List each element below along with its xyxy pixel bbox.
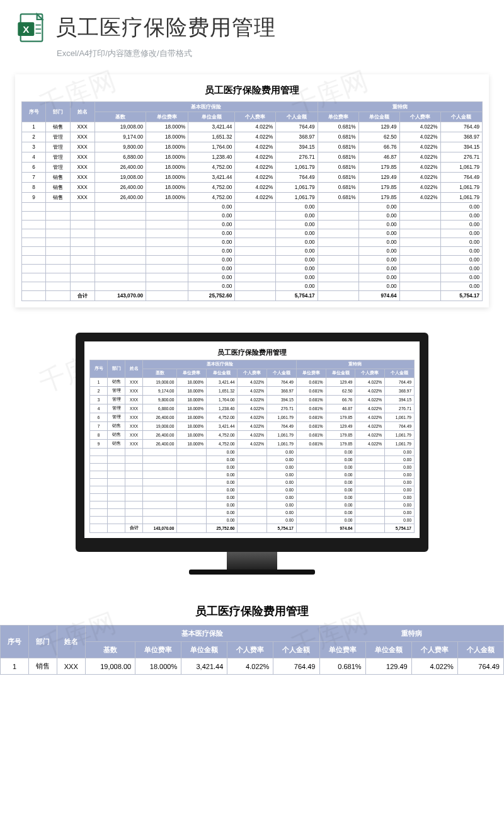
col-group-basic: 基本医疗保险 [143, 360, 297, 369]
col-name: 姓名 [70, 102, 94, 122]
col-pers-rate2: 个人费率 [355, 369, 385, 378]
col-unit-amt2: 单位金额 [326, 369, 355, 378]
table-row-empty: 0.000.000.000.00 [22, 212, 483, 220]
table-row-empty: 0.000.000.000.00 [22, 265, 483, 273]
page-subtitle: Excel/A4打印/内容随意修改/自带格式 [0, 48, 504, 68]
table-row: 1销售XXX19,008.0018.000%3,421.444.022%764.… [22, 122, 483, 132]
svg-text:X: X [23, 24, 29, 35]
monitor-mockup: 员工医疗保险费用管理 序号部门姓名基本医疗保险重特病基数单位费率单位金额个人费率… [0, 333, 504, 575]
table-row-empty: 0.000.000.000.00 [90, 501, 415, 509]
col-pers-amt2: 个人金额 [457, 642, 503, 658]
col-pers-rate2: 个人费率 [399, 112, 440, 122]
col-group-serious: 重特病 [319, 626, 504, 642]
table-row: 6管理XXX26,400.0018.000%4,752.004.022%1,06… [90, 413, 415, 422]
table-row: 3管理XXX9,800.0018.000%1,764.004.022%394.1… [90, 396, 415, 404]
col-seq: 序号 [22, 102, 46, 122]
col-base: 基数 [94, 112, 146, 122]
sheet-title: 员工医疗保险费用管理 [89, 346, 415, 360]
col-unit-rate2: 单位费率 [296, 369, 326, 378]
table-row-empty: 0.000.000.000.00 [22, 256, 483, 265]
table-row: 7销售XXX19,008.0018.000%3,421.444.022%764.… [90, 422, 415, 431]
table-row: 2管理XXX9,174.0018.000%1,651.324.022%368.9… [90, 387, 415, 396]
col-name: 姓名 [125, 360, 143, 378]
col-seq: 序号 [90, 360, 108, 378]
col-unit-amt: 单位金额 [188, 112, 235, 122]
sheet-title: 员工医疗保险费用管理 [21, 81, 483, 101]
table-row-empty: 0.000.000.000.00 [22, 238, 483, 247]
table-row: 2管理XXX9,174.0018.000%1,651.324.022%368.9… [22, 132, 483, 142]
table-row: 1销售XXX19,008.0018.000%3,421.444.022%764.… [90, 378, 415, 387]
table-row-empty: 0.000.000.000.00 [22, 203, 483, 212]
col-pers-amt2: 个人金额 [385, 369, 415, 378]
table-row-empty: 0.000.000.000.00 [90, 456, 415, 464]
table-row: 6管理XXX26,400.0018.000%4,752.004.022%1,06… [22, 163, 483, 173]
table-row: 8销售XXX26,400.0018.000%4,752.004.022%1,06… [90, 431, 415, 440]
table-row: 1销售XXX19,008.0018.000%3,421.444.022%764.… [1, 658, 504, 675]
col-base: 基数 [143, 369, 177, 378]
table-row: 4管理XXX6,880.0018.000%1,238.404.022%276.7… [22, 152, 483, 163]
col-pers-amt: 个人金额 [276, 112, 318, 122]
spreadsheet-table: 序号部门姓名基本医疗保险重特病基数单位费率单位金额个人费率个人金额单位费率单位金… [89, 360, 415, 533]
col-unit-amt2: 单位金额 [358, 112, 399, 122]
col-group-serious: 重特病 [318, 102, 482, 112]
table-row: 4管理XXX6,880.0018.000%1,238.404.022%276.7… [90, 404, 415, 413]
col-pers-amt: 个人金额 [267, 369, 297, 378]
template-preview-card: 员工医疗保险费用管理 序号部门姓名基本医疗保险重特病基数单位费率单位金额个人费率… [15, 74, 489, 307]
table-row: 3管理XXX9,800.0018.000%1,764.004.022%394.1… [22, 142, 483, 152]
col-unit-amt: 单位金额 [181, 642, 227, 658]
spreadsheet-table: 序号部门姓名基本医疗保险重特病基数单位费率单位金额个人费率个人金额单位费率单位金… [0, 625, 504, 675]
page-title: 员工医疗保险费用管理 [55, 13, 276, 42]
table-row-empty: 0.000.000.000.00 [22, 282, 483, 291]
col-name: 姓名 [57, 626, 85, 658]
col-pers-rate: 个人费率 [235, 112, 276, 122]
table-row: 9销售XXX26,400.0018.000%4,752.004.022%1,06… [90, 440, 415, 449]
table-row-empty: 0.000.000.000.00 [22, 273, 483, 282]
table-row-empty: 0.000.000.000.00 [90, 479, 415, 486]
table-row-empty: 0.000.000.000.00 [22, 229, 483, 238]
sheet-title: 员工医疗保险费用管理 [0, 597, 504, 625]
col-unit-amt: 单位金额 [207, 369, 238, 378]
col-unit-rate2: 单位费率 [318, 112, 358, 122]
col-dept: 部门 [108, 360, 125, 378]
table-row-empty: 0.000.000.000.00 [90, 486, 415, 494]
table-total-row: 合计143,070.0025,752.605,754.17974.645,754… [90, 524, 415, 533]
col-seq: 序号 [1, 626, 29, 658]
bottom-preview-strip: 员工医疗保险费用管理 序号部门姓名基本医疗保险重特病基数单位费率单位金额个人费率… [0, 597, 504, 675]
table-row-empty: 0.000.000.000.00 [90, 494, 415, 501]
table-row-empty: 0.000.000.000.00 [90, 517, 415, 524]
col-unit-amt2: 单位金额 [365, 642, 411, 658]
col-group-serious: 重特病 [296, 360, 414, 369]
col-unit-rate: 单位费率 [146, 112, 188, 122]
table-total-row: 合计143,070.0025,752.605,754.17974.645,754… [22, 291, 483, 301]
table-row: 9销售XXX26,400.0018.000%4,752.004.022%1,06… [22, 193, 483, 203]
table-row: 7销售XXX19,008.0018.000%3,421.444.022%764.… [22, 173, 483, 183]
col-unit-rate: 单位费率 [135, 642, 181, 658]
col-group-basic: 基本医疗保险 [94, 102, 318, 112]
table-row: 8销售XXX26,400.0018.000%4,752.004.022%1,06… [22, 183, 483, 193]
col-unit-rate2: 单位费率 [319, 642, 365, 658]
page-header: X 员工医疗保险费用管理 [0, 0, 504, 48]
col-pers-rate2: 个人费率 [411, 642, 457, 658]
table-row-empty: 0.000.000.000.00 [90, 509, 415, 517]
col-dept: 部门 [46, 102, 70, 122]
table-row-empty: 0.000.000.000.00 [22, 247, 483, 256]
col-group-basic: 基本医疗保险 [85, 626, 319, 642]
col-pers-rate: 个人费率 [238, 369, 267, 378]
spreadsheet-table: 序号部门姓名基本医疗保险重特病基数单位费率单位金额个人费率个人金额单位费率单位金… [21, 101, 483, 301]
table-row-empty: 0.000.000.000.00 [22, 220, 483, 229]
table-row-empty: 0.000.000.000.00 [90, 464, 415, 471]
col-pers-amt2: 个人金额 [440, 112, 483, 122]
excel-file-icon: X [15, 11, 48, 44]
table-row-empty: 0.000.000.000.00 [90, 471, 415, 479]
col-base: 基数 [85, 642, 135, 658]
col-pers-rate: 个人费率 [227, 642, 273, 658]
col-unit-rate: 单位费率 [177, 369, 207, 378]
col-pers-amt: 个人金额 [273, 642, 319, 658]
col-dept: 部门 [28, 626, 57, 658]
table-row-empty: 0.000.000.000.00 [90, 449, 415, 456]
